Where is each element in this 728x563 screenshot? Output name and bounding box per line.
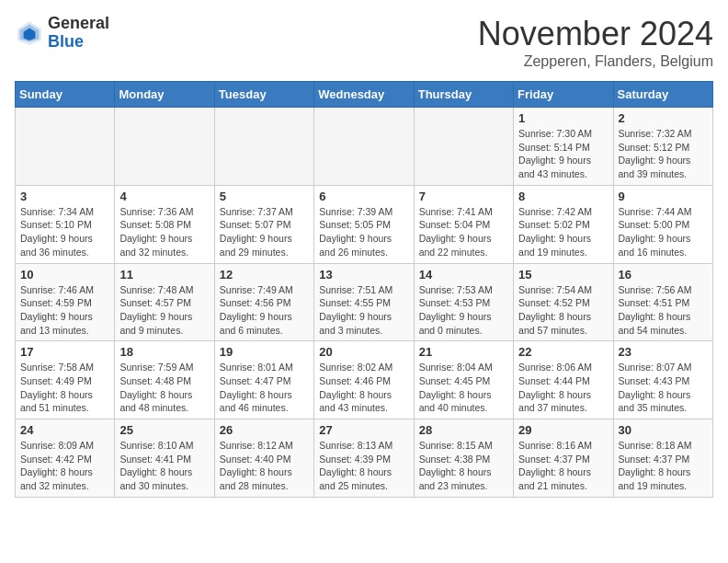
week-row-3: 10Sunrise: 7:46 AM Sunset: 4:59 PM Dayli…	[16, 263, 713, 341]
day-cell: 13Sunrise: 7:51 AM Sunset: 4:55 PM Dayli…	[314, 263, 414, 341]
day-info: Sunrise: 8:15 AM Sunset: 4:38 PM Dayligh…	[419, 439, 508, 493]
day-cell: 11Sunrise: 7:48 AM Sunset: 4:57 PM Dayli…	[115, 263, 214, 341]
day-cell: 5Sunrise: 7:37 AM Sunset: 5:07 PM Daylig…	[214, 185, 313, 263]
logo: General Blue	[15, 15, 109, 52]
day-number: 16	[619, 268, 708, 282]
week-row-4: 17Sunrise: 7:58 AM Sunset: 4:49 PM Dayli…	[16, 341, 713, 419]
header-cell-tuesday: Tuesday	[214, 82, 313, 108]
header-cell-sunday: Sunday	[16, 82, 115, 108]
day-number: 21	[419, 345, 508, 359]
day-number: 25	[119, 423, 209, 437]
day-number: 11	[119, 268, 209, 282]
day-info: Sunrise: 7:53 AM Sunset: 4:53 PM Dayligh…	[419, 283, 508, 338]
day-info: Sunrise: 7:30 AM Sunset: 5:14 PM Dayligh…	[518, 127, 608, 181]
day-info: Sunrise: 7:44 AM Sunset: 5:00 PM Dayligh…	[619, 205, 708, 259]
day-cell: 23Sunrise: 8:07 AM Sunset: 4:43 PM Dayli…	[613, 341, 712, 419]
day-info: Sunrise: 7:46 AM Sunset: 4:59 PM Dayligh…	[20, 283, 109, 338]
day-cell: 19Sunrise: 8:01 AM Sunset: 4:47 PM Dayli…	[214, 341, 313, 419]
day-number: 1	[518, 111, 608, 125]
logo-general-text: General	[48, 15, 109, 33]
day-cell: 3Sunrise: 7:34 AM Sunset: 5:10 PM Daylig…	[16, 185, 115, 263]
day-cell: 15Sunrise: 7:54 AM Sunset: 4:52 PM Dayli…	[514, 263, 613, 341]
day-number: 29	[518, 423, 608, 437]
header-row: SundayMondayTuesdayWednesdayThursdayFrid…	[16, 82, 713, 108]
day-cell: 29Sunrise: 8:16 AM Sunset: 4:37 PM Dayli…	[514, 419, 613, 498]
day-info: Sunrise: 7:51 AM Sunset: 4:55 PM Dayligh…	[319, 283, 408, 338]
day-cell: 20Sunrise: 8:02 AM Sunset: 4:46 PM Dayli…	[314, 341, 414, 419]
day-info: Sunrise: 7:54 AM Sunset: 4:52 PM Dayligh…	[518, 283, 608, 338]
day-info: Sunrise: 8:04 AM Sunset: 4:45 PM Dayligh…	[419, 361, 508, 415]
day-info: Sunrise: 7:41 AM Sunset: 5:04 PM Dayligh…	[419, 205, 508, 259]
day-number: 23	[619, 345, 708, 359]
day-number: 24	[20, 423, 109, 437]
day-info: Sunrise: 8:07 AM Sunset: 4:43 PM Dayligh…	[619, 361, 708, 415]
day-info: Sunrise: 7:48 AM Sunset: 4:57 PM Dayligh…	[119, 283, 209, 338]
day-cell: 6Sunrise: 7:39 AM Sunset: 5:05 PM Daylig…	[314, 185, 414, 263]
day-number: 17	[20, 345, 109, 359]
day-cell: 26Sunrise: 8:12 AM Sunset: 4:40 PM Dayli…	[214, 419, 313, 498]
day-cell	[214, 108, 313, 186]
day-info: Sunrise: 7:36 AM Sunset: 5:08 PM Dayligh…	[119, 205, 209, 259]
day-number: 26	[220, 423, 309, 437]
day-info: Sunrise: 8:01 AM Sunset: 4:47 PM Dayligh…	[220, 361, 309, 415]
header-cell-monday: Monday	[115, 82, 214, 108]
day-cell: 24Sunrise: 8:09 AM Sunset: 4:42 PM Dayli…	[16, 419, 115, 498]
calendar-header: SundayMondayTuesdayWednesdayThursdayFrid…	[16, 82, 713, 108]
day-cell: 4Sunrise: 7:36 AM Sunset: 5:08 PM Daylig…	[115, 185, 214, 263]
day-info: Sunrise: 8:10 AM Sunset: 4:41 PM Dayligh…	[119, 439, 209, 493]
day-number: 22	[518, 345, 608, 359]
day-cell: 22Sunrise: 8:06 AM Sunset: 4:44 PM Dayli…	[514, 341, 613, 419]
day-cell: 14Sunrise: 7:53 AM Sunset: 4:53 PM Dayli…	[414, 263, 513, 341]
day-info: Sunrise: 7:49 AM Sunset: 4:56 PM Dayligh…	[220, 283, 309, 338]
day-number: 30	[619, 423, 708, 437]
day-info: Sunrise: 7:59 AM Sunset: 4:48 PM Dayligh…	[119, 361, 209, 415]
day-number: 2	[619, 111, 708, 125]
day-info: Sunrise: 7:58 AM Sunset: 4:49 PM Dayligh…	[20, 361, 109, 415]
day-number: 3	[20, 190, 109, 203]
day-cell: 16Sunrise: 7:56 AM Sunset: 4:51 PM Dayli…	[613, 263, 712, 341]
month-title: November 2024	[478, 15, 713, 53]
day-number: 12	[220, 268, 309, 282]
day-info: Sunrise: 7:37 AM Sunset: 5:07 PM Dayligh…	[220, 205, 309, 259]
day-cell: 25Sunrise: 8:10 AM Sunset: 4:41 PM Dayli…	[115, 419, 214, 498]
location-subtitle: Zepperen, Flanders, Belgium	[478, 53, 713, 70]
week-row-5: 24Sunrise: 8:09 AM Sunset: 4:42 PM Dayli…	[16, 419, 713, 498]
day-cell: 9Sunrise: 7:44 AM Sunset: 5:00 PM Daylig…	[613, 185, 712, 263]
day-cell: 18Sunrise: 7:59 AM Sunset: 4:48 PM Dayli…	[115, 341, 214, 419]
day-info: Sunrise: 8:12 AM Sunset: 4:40 PM Dayligh…	[220, 439, 309, 493]
day-number: 8	[518, 190, 608, 203]
day-cell: 10Sunrise: 7:46 AM Sunset: 4:59 PM Dayli…	[16, 263, 115, 341]
day-number: 15	[518, 268, 608, 282]
day-info: Sunrise: 7:56 AM Sunset: 4:51 PM Dayligh…	[619, 283, 708, 338]
day-cell	[314, 108, 414, 186]
day-cell	[16, 108, 115, 186]
header-cell-saturday: Saturday	[613, 82, 712, 108]
day-cell: 2Sunrise: 7:32 AM Sunset: 5:12 PM Daylig…	[613, 108, 712, 186]
day-number: 28	[419, 423, 508, 437]
day-cell: 27Sunrise: 8:13 AM Sunset: 4:39 PM Dayli…	[314, 419, 414, 498]
day-cell	[414, 108, 513, 186]
day-number: 14	[419, 268, 508, 282]
day-cell: 21Sunrise: 8:04 AM Sunset: 4:45 PM Dayli…	[414, 341, 513, 419]
day-number: 9	[619, 190, 708, 203]
day-info: Sunrise: 7:34 AM Sunset: 5:10 PM Dayligh…	[20, 205, 109, 259]
header: General Blue November 2024 Zepperen, Fla…	[15, 15, 713, 70]
day-cell: 12Sunrise: 7:49 AM Sunset: 4:56 PM Dayli…	[214, 263, 313, 341]
day-number: 19	[220, 345, 309, 359]
logo-icon	[15, 18, 44, 48]
header-cell-thursday: Thursday	[414, 82, 513, 108]
day-info: Sunrise: 8:16 AM Sunset: 4:37 PM Dayligh…	[518, 439, 608, 493]
day-number: 10	[20, 268, 109, 282]
logo-text: General Blue	[48, 15, 109, 52]
title-area: November 2024 Zepperen, Flanders, Belgiu…	[478, 15, 713, 70]
day-cell: 28Sunrise: 8:15 AM Sunset: 4:38 PM Dayli…	[414, 419, 513, 498]
day-number: 6	[319, 190, 408, 203]
day-cell: 17Sunrise: 7:58 AM Sunset: 4:49 PM Dayli…	[16, 341, 115, 419]
day-info: Sunrise: 8:06 AM Sunset: 4:44 PM Dayligh…	[518, 361, 608, 415]
header-cell-friday: Friday	[514, 82, 613, 108]
day-info: Sunrise: 7:32 AM Sunset: 5:12 PM Dayligh…	[619, 127, 708, 181]
logo-blue-text: Blue	[48, 33, 109, 52]
day-cell: 1Sunrise: 7:30 AM Sunset: 5:14 PM Daylig…	[514, 108, 613, 186]
calendar-table: SundayMondayTuesdayWednesdayThursdayFrid…	[15, 81, 713, 498]
day-info: Sunrise: 8:18 AM Sunset: 4:37 PM Dayligh…	[619, 439, 708, 493]
